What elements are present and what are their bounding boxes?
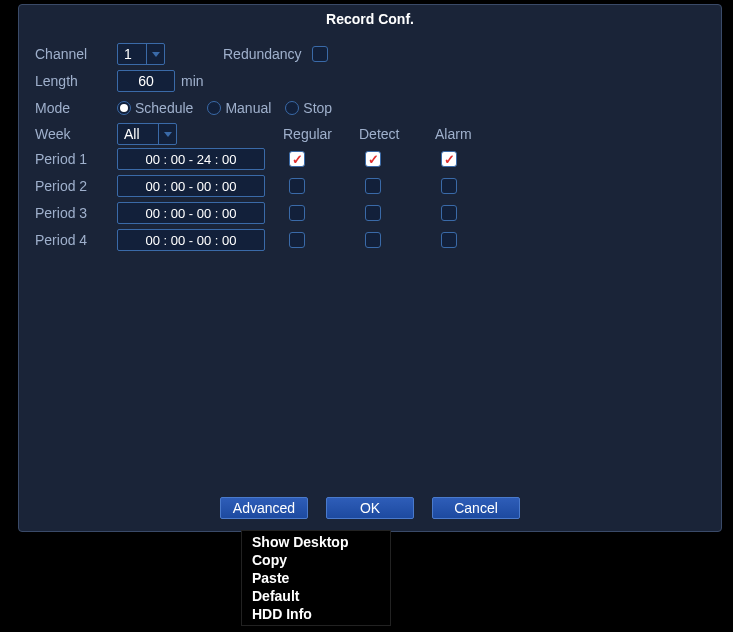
cancel-button[interactable]: Cancel [432, 497, 520, 519]
ok-button[interactable]: OK [326, 497, 414, 519]
channel-label: Channel [35, 46, 117, 62]
redundancy-label: Redundancy [223, 46, 302, 62]
menu-hdd-info[interactable]: HDD Info [242, 605, 390, 623]
col-regular: Regular [283, 126, 359, 142]
mode-label: Mode [35, 100, 117, 116]
period4-regular-checkbox[interactable] [289, 232, 305, 248]
length-label: Length [35, 73, 117, 89]
footer-buttons: Advanced OK Cancel [19, 497, 721, 519]
period3-alarm-checkbox[interactable] [441, 205, 457, 221]
period2-detect-checkbox[interactable] [365, 178, 381, 194]
period2-label: Period 2 [35, 178, 117, 194]
content-area: Channel 1 Redundancy Length 60 min Mode … [19, 37, 721, 258]
mode-manual-radio[interactable] [207, 101, 221, 115]
period1-detect-checkbox[interactable] [365, 151, 381, 167]
week-value: All [124, 126, 140, 142]
period2-alarm-checkbox[interactable] [441, 178, 457, 194]
menu-show-desktop[interactable]: Show Desktop [242, 533, 390, 551]
period3-regular-checkbox[interactable] [289, 205, 305, 221]
period1-regular-checkbox[interactable] [289, 151, 305, 167]
period2-time-input[interactable]: 00 : 00 - 00 : 00 [117, 175, 265, 197]
chevron-down-icon [158, 124, 176, 144]
channel-value: 1 [124, 46, 132, 62]
advanced-context-menu: Show Desktop Copy Paste Default HDD Info [241, 530, 391, 626]
record-conf-window: Record Conf. Channel 1 Redundancy Length… [18, 4, 722, 532]
period3-label: Period 3 [35, 205, 117, 221]
advanced-button[interactable]: Advanced [220, 497, 308, 519]
col-detect: Detect [359, 126, 435, 142]
period3-time-input[interactable]: 00 : 00 - 00 : 00 [117, 202, 265, 224]
period2-regular-checkbox[interactable] [289, 178, 305, 194]
period1-label: Period 1 [35, 151, 117, 167]
menu-copy[interactable]: Copy [242, 551, 390, 569]
window-title: Record Conf. [19, 5, 721, 37]
mode-stop-label: Stop [303, 100, 332, 116]
period3-detect-checkbox[interactable] [365, 205, 381, 221]
menu-paste[interactable]: Paste [242, 569, 390, 587]
channel-select[interactable]: 1 [117, 43, 165, 65]
period4-alarm-checkbox[interactable] [441, 232, 457, 248]
period4-label: Period 4 [35, 232, 117, 248]
col-alarm: Alarm [435, 126, 511, 142]
length-value: 60 [138, 73, 154, 89]
week-select[interactable]: All [117, 123, 177, 145]
length-input[interactable]: 60 [117, 70, 175, 92]
menu-default[interactable]: Default [242, 587, 390, 605]
period1-alarm-checkbox[interactable] [441, 151, 457, 167]
mode-manual-label: Manual [225, 100, 271, 116]
chevron-down-icon [146, 44, 164, 64]
mode-schedule-radio[interactable] [117, 101, 131, 115]
mode-stop-radio[interactable] [285, 101, 299, 115]
mode-schedule-label: Schedule [135, 100, 193, 116]
period4-detect-checkbox[interactable] [365, 232, 381, 248]
length-unit: min [181, 73, 204, 89]
redundancy-checkbox[interactable] [312, 46, 328, 62]
period1-time-input[interactable]: 00 : 00 - 24 : 00 [117, 148, 265, 170]
week-label: Week [35, 126, 117, 142]
period4-time-input[interactable]: 00 : 00 - 00 : 00 [117, 229, 265, 251]
